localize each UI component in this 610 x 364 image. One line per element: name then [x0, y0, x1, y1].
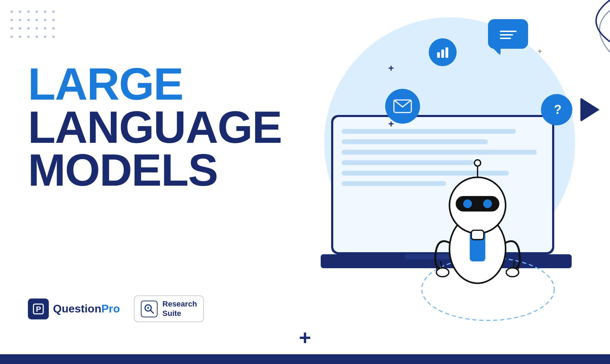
plus-scatter-2: + — [388, 118, 394, 130]
svg-rect-7 — [342, 129, 516, 134]
svg-line-27 — [513, 262, 514, 268]
svg-text:P: P — [36, 305, 41, 313]
svg-rect-19 — [456, 196, 499, 212]
illustration-area: ? + + + — [261, 0, 610, 352]
dot — [10, 19, 13, 21]
dot — [27, 36, 30, 38]
svg-point-22 — [436, 268, 449, 277]
research-suite-logo: ResearchSuite — [134, 295, 204, 322]
dot — [52, 10, 55, 13]
headline-section: LARGE LANGUAGE MODELS — [28, 63, 230, 192]
svg-point-4 — [147, 307, 149, 309]
svg-line-24 — [441, 262, 442, 268]
research-suite-icon — [141, 301, 158, 317]
questionpro-text: QuestionPro — [53, 302, 120, 315]
dot — [10, 27, 13, 30]
svg-rect-8 — [342, 139, 488, 144]
title-line2: LANGUAGE — [28, 106, 230, 149]
dot — [27, 27, 30, 30]
chart-icon — [429, 38, 457, 66]
dot — [36, 36, 38, 38]
dot — [44, 10, 46, 13]
dot — [44, 27, 46, 30]
bottom-bar — [0, 354, 610, 364]
svg-rect-32 — [441, 49, 444, 58]
page-container: for(let i=0;i<24;i++) document.write('<d… — [0, 0, 610, 364]
questionpro-logo: P QuestionPro — [28, 299, 120, 319]
svg-rect-33 — [445, 47, 448, 58]
plus-scatter-3: + — [537, 47, 542, 56]
dot — [10, 10, 13, 13]
dot — [36, 19, 38, 21]
arrow-right-decoration — [580, 98, 600, 122]
curve-decoration — [519, 0, 610, 77]
dot — [36, 27, 38, 30]
title-line3: MODELS — [28, 149, 230, 192]
dot — [19, 19, 21, 21]
dot — [44, 19, 46, 21]
research-suite-text: ResearchSuite — [162, 300, 197, 318]
dot — [19, 36, 21, 38]
chat-bubble-icon — [488, 19, 528, 49]
dot — [52, 19, 55, 21]
question-mark-icon: ? — [541, 94, 572, 125]
dot-grid-decoration: for(let i=0;i<24;i++) document.write('<d… — [10, 10, 59, 42]
svg-point-30 — [474, 160, 481, 166]
plus-scatter-1: + — [388, 63, 394, 74]
svg-rect-31 — [437, 52, 440, 58]
qp-text-dark: Question — [53, 302, 101, 315]
dot — [52, 27, 55, 30]
svg-line-3 — [150, 310, 153, 313]
dot — [19, 27, 21, 30]
logos-section: P QuestionPro ResearchSuite — [28, 295, 204, 322]
qp-text-blue: Pro — [101, 302, 120, 315]
main-title: LARGE LANGUAGE MODELS — [28, 63, 230, 192]
questionpro-icon: P — [28, 299, 49, 319]
dot — [27, 19, 30, 21]
dot — [52, 36, 55, 38]
svg-point-20 — [463, 199, 472, 208]
dot — [19, 10, 21, 13]
svg-point-21 — [483, 199, 492, 208]
title-line1: LARGE — [28, 63, 230, 106]
robot-illustration — [418, 153, 537, 313]
dot — [44, 36, 46, 38]
dot — [10, 36, 13, 38]
svg-point-25 — [506, 268, 519, 277]
svg-text:?: ? — [554, 102, 562, 117]
dot — [36, 10, 38, 13]
svg-rect-28 — [471, 230, 484, 240]
dot — [27, 10, 30, 13]
